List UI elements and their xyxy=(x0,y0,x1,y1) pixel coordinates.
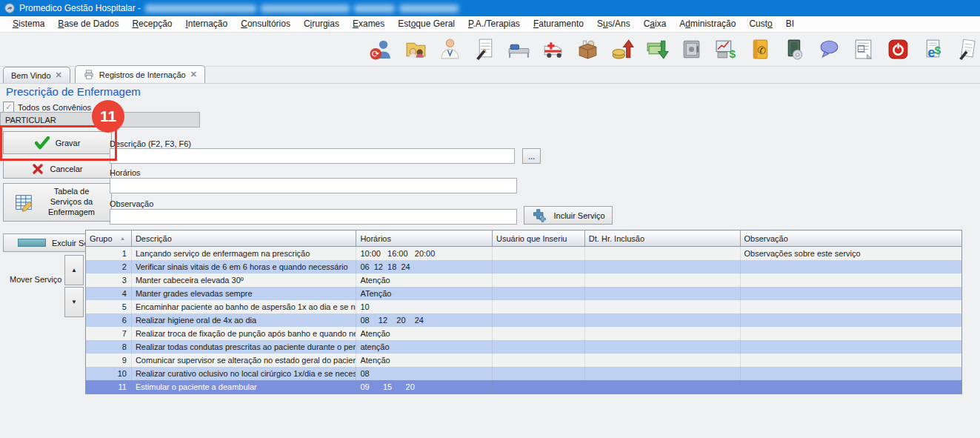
arrow-up-icon: ▲ xyxy=(71,267,77,273)
sign-document-icon[interactable] xyxy=(954,36,980,63)
menu-item[interactable]: Recepção xyxy=(125,16,179,32)
tab-bar: Bem Vindo ✕ Registros de Internação ✕ xyxy=(0,67,980,84)
close-icon[interactable]: ✕ xyxy=(56,70,62,80)
book-cd-icon[interactable] xyxy=(781,36,808,63)
table-cell: Manter cabeceira elevada 30º xyxy=(132,273,356,287)
cancelar-label: Cancelar xyxy=(50,165,82,173)
table-row[interactable]: 9Comunicar supervisor se alteração no es… xyxy=(86,354,961,367)
title-bar: Promedico Gestão Hospitalar - xyxy=(0,0,980,16)
hospital-bed-icon[interactable] xyxy=(506,36,533,63)
table-cell xyxy=(493,300,585,313)
safe-icon[interactable] xyxy=(679,36,705,63)
toolbar: ⟳ xyxy=(0,33,980,67)
doctor-icon[interactable] xyxy=(437,36,464,63)
gravar-label: Gravar xyxy=(56,139,81,147)
table-row[interactable]: 2Verificar sinais vitais de 6 em 6 horas… xyxy=(86,260,961,273)
tabela-servicos-button[interactable]: Tabela de Serviços da Enfermagem xyxy=(3,183,112,222)
chat-bubble-icon[interactable] xyxy=(816,36,843,63)
tab-registros-de-internacao[interactable]: Registros de Internação ✕ xyxy=(75,65,205,83)
service-swatch-icon xyxy=(18,239,46,247)
menu-item[interactable]: Internação xyxy=(179,16,234,32)
table-cell xyxy=(585,354,741,367)
menu-item[interactable]: Caixa xyxy=(637,16,673,32)
column-header-grupo[interactable]: Grupo ▲ xyxy=(86,230,132,246)
table-cell: Observações sobre este serviço xyxy=(741,247,961,260)
finance-chart-icon[interactable]: $ xyxy=(713,36,739,63)
table-cell xyxy=(741,260,961,273)
ambulance-icon[interactable] xyxy=(541,36,567,63)
table-row[interactable]: 3Manter cabeceira elevada 30ºAtenção xyxy=(86,273,961,287)
mover-up-button[interactable]: ▲ xyxy=(64,255,84,285)
cancelar-button[interactable]: Cancelar xyxy=(3,159,112,179)
page-title: Prescrição de Enfermagem xyxy=(6,85,141,98)
table-row[interactable]: 1Lançando serviço de enfermagem na presc… xyxy=(86,247,961,260)
table-cell: Lançando serviço de enfermagem na prescr… xyxy=(132,247,356,260)
tab-bem-vindo[interactable]: Bem Vindo ✕ xyxy=(3,67,70,83)
invoice-icon[interactable] xyxy=(850,36,877,63)
menu-item[interactable]: Cirurgias xyxy=(297,16,346,32)
sync-user-icon[interactable]: ⟳ xyxy=(368,36,395,63)
patients-folder-icon[interactable] xyxy=(403,36,430,63)
descricao-input[interactable] xyxy=(113,152,505,161)
table-row[interactable]: 8Realizar todas condutas prescritas ao p… xyxy=(86,340,961,354)
table-cell: 8 xyxy=(86,340,132,354)
table-row[interactable]: 5Encaminhar paciente ao banho de aspersã… xyxy=(86,300,961,313)
column-header-horarios[interactable]: Horários xyxy=(356,230,493,246)
step-annotation-badge: 11 xyxy=(92,100,124,133)
app-logo-icon xyxy=(4,3,15,13)
observacao-input[interactable] xyxy=(110,209,517,225)
menu-bar: SistemaBase de DadosRecepçãoInternaçãoCo… xyxy=(0,16,980,33)
table-cell: 2 xyxy=(86,260,132,273)
table-cell xyxy=(493,354,585,367)
arrow-down-icon: ▼ xyxy=(71,299,77,305)
mover-down-button[interactable]: ▼ xyxy=(64,287,84,317)
column-header-descricao[interactable]: Descrição xyxy=(132,230,356,246)
menu-item[interactable]: Sus/Ans xyxy=(590,16,637,32)
stock-box-icon[interactable] xyxy=(575,36,601,63)
horarios-input[interactable] xyxy=(110,178,517,193)
menu-item[interactable]: P.A./Terapias xyxy=(461,16,527,32)
e-invoice-icon[interactable]: e $ xyxy=(919,36,946,63)
money-down-icon[interactable] xyxy=(644,36,670,63)
menu-item[interactable]: Custo xyxy=(742,16,779,32)
menu-item[interactable]: Estoque Geral xyxy=(391,16,461,32)
table-cell: 1 xyxy=(86,247,132,260)
app-window: Promedico Gestão Hospitalar - SistemaBas… xyxy=(0,0,980,438)
svg-text:$: $ xyxy=(935,44,941,56)
column-header-dt-hr[interactable]: Dt. Hr. Inclusão xyxy=(585,230,741,246)
menu-item[interactable]: BI xyxy=(779,16,801,32)
table-cell: Estimular o paciente a deambular xyxy=(132,380,356,394)
descricao-browse-button[interactable]: ... xyxy=(522,148,541,164)
gravar-button[interactable]: Gravar xyxy=(3,131,112,154)
column-header-usuario[interactable]: Usuário que Inseriu xyxy=(493,230,585,246)
power-icon[interactable] xyxy=(885,36,912,63)
menu-item[interactable]: Base de Dados xyxy=(51,16,125,32)
table-row[interactable]: 6Realizar higiene oral de 4x ao dia08 12… xyxy=(86,313,961,327)
redacted-title-text xyxy=(399,4,459,13)
table-row[interactable]: 7Realizar troca de fixação de punção apó… xyxy=(86,327,961,340)
menu-item[interactable]: Faturamento xyxy=(527,16,590,32)
table-cell: 10:00 16:00 20:00 xyxy=(356,247,493,260)
close-icon[interactable]: ✕ xyxy=(190,70,197,79)
add-plus-icon xyxy=(531,208,547,223)
menu-item[interactable]: Exames xyxy=(346,16,391,32)
svg-text:✆: ✆ xyxy=(757,44,766,56)
money-up-icon[interactable] xyxy=(610,36,636,63)
column-header-observacao[interactable]: Observação xyxy=(741,230,961,246)
table-row[interactable]: 11Estimular o paciente a deambular09 15 … xyxy=(86,380,961,394)
table-row[interactable]: 10Realizar curativo oclusivo no local ci… xyxy=(86,367,961,380)
todos-convenios-label: Todos os Convênios xyxy=(18,103,91,112)
table-row[interactable]: 4Manter grades elevadas sempreATenção xyxy=(86,287,961,300)
table-cell: ATenção xyxy=(356,287,493,300)
todos-convenios-checkbox[interactable]: ✓ xyxy=(3,102,14,113)
table-cell: 06 12 18 24 xyxy=(356,260,493,273)
menu-item[interactable]: Sistema xyxy=(6,16,51,32)
incluir-servico-button[interactable]: Incluir Serviço xyxy=(524,206,613,225)
contract-icon[interactable] xyxy=(472,36,499,63)
menu-item[interactable]: Administração xyxy=(673,16,742,32)
observacao-label: Observação xyxy=(110,199,153,208)
phonebook-icon[interactable]: ✆ xyxy=(747,36,774,63)
descricao-combobox[interactable] xyxy=(110,148,515,164)
tab-label: Bem Vindo xyxy=(11,71,51,80)
menu-item[interactable]: Consultórios xyxy=(234,16,297,32)
